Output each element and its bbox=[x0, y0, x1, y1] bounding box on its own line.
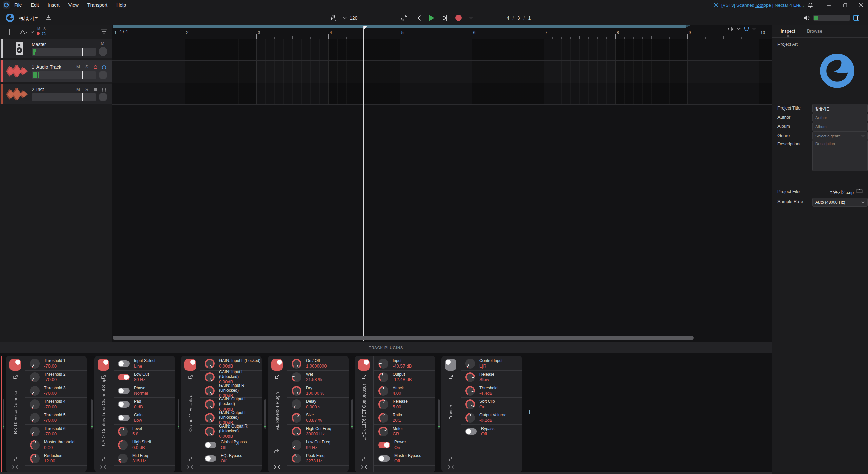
param-value[interactable]: 1.0000000 bbox=[306, 363, 327, 369]
param-knob[interactable] bbox=[292, 440, 301, 450]
mute-button[interactable]: M bbox=[76, 87, 80, 92]
genre-select[interactable]: Select a genre bbox=[812, 131, 868, 140]
param-value[interactable]: -70.00 bbox=[44, 404, 65, 410]
param-value[interactable]: -40.57 dB bbox=[393, 363, 412, 369]
param-value[interactable]: Slow bbox=[479, 377, 494, 382]
record-chevron-down-icon[interactable] bbox=[469, 17, 473, 19]
side-panel-toggle-icon[interactable] bbox=[853, 15, 859, 21]
plugin-power-toggle[interactable] bbox=[358, 359, 370, 371]
param-value[interactable]: -70.00 bbox=[44, 391, 65, 396]
ruler-bar[interactable]: 7 bbox=[544, 25, 615, 39]
param-knob[interactable] bbox=[30, 386, 40, 396]
param-knob[interactable] bbox=[205, 399, 215, 409]
track-row-audio-track[interactable]: 1Audio Track M S bbox=[0, 60, 112, 82]
play-button[interactable] bbox=[429, 15, 434, 21]
param-value[interactable]: GR bbox=[393, 431, 403, 437]
record-button[interactable] bbox=[455, 15, 462, 21]
project-art-image[interactable] bbox=[818, 52, 856, 90]
snap-magnet-icon[interactable] bbox=[744, 26, 749, 32]
slider-handle[interactable] bbox=[82, 48, 83, 56]
volume-slider[interactable] bbox=[813, 15, 850, 21]
param-value[interactable]: 315 Hz bbox=[132, 458, 148, 464]
param-value[interactable]: Off bbox=[221, 458, 242, 464]
menu-file[interactable]: File bbox=[14, 2, 22, 8]
tab-browse[interactable]: Browse bbox=[807, 28, 822, 34]
param-knob[interactable] bbox=[30, 399, 40, 409]
collapse-panel-icon[interactable] bbox=[100, 465, 106, 469]
param-value[interactable]: 5.00 bbox=[393, 404, 408, 410]
param-value[interactable]: 0.00dB bbox=[219, 363, 260, 369]
open-folder-icon[interactable] bbox=[856, 188, 863, 194]
quick-track-controls[interactable]: M S bbox=[37, 27, 50, 35]
param-knob[interactable] bbox=[30, 413, 40, 423]
snap-chevron-down-icon[interactable] bbox=[752, 28, 756, 30]
param-knob[interactable] bbox=[30, 372, 40, 382]
plugin-power-toggle[interactable] bbox=[184, 359, 196, 371]
param-value[interactable]: 4.00 bbox=[393, 391, 404, 396]
param-value[interactable]: On bbox=[394, 445, 406, 450]
description-textarea[interactable] bbox=[812, 140, 868, 171]
slider-handle[interactable] bbox=[82, 71, 83, 79]
project-title-input[interactable] bbox=[812, 104, 868, 113]
fit-chevron-down-icon[interactable] bbox=[737, 28, 741, 30]
param-value[interactable]: 30000 Hz bbox=[306, 431, 331, 437]
param-value[interactable]: Off bbox=[481, 431, 494, 437]
slider-handle[interactable] bbox=[82, 93, 83, 101]
collapse-panel-icon[interactable] bbox=[274, 465, 280, 469]
collapse-panel-icon[interactable] bbox=[187, 465, 193, 469]
minimize-button[interactable] bbox=[826, 2, 831, 8]
param-value[interactable]: -70.00 bbox=[44, 418, 65, 423]
loop-icon[interactable] bbox=[400, 14, 408, 22]
param-knob[interactable] bbox=[378, 372, 388, 382]
ruler-bar[interactable]: 1 bbox=[113, 25, 185, 39]
track-name[interactable]: Master bbox=[32, 42, 46, 47]
param-value[interactable]: 80 Hz bbox=[134, 377, 149, 382]
param-value[interactable]: 0 dB bbox=[134, 404, 143, 410]
param-knob[interactable] bbox=[205, 359, 215, 369]
sidechain-route-icon[interactable] bbox=[274, 449, 280, 453]
track-row-inst[interactable]: 2Inst M S bbox=[0, 84, 112, 104]
param-toggle[interactable] bbox=[118, 415, 130, 421]
param-value[interactable]: 0.00 bbox=[44, 445, 74, 450]
param-knob[interactable] bbox=[378, 413, 388, 423]
param-value[interactable]: On bbox=[479, 404, 495, 410]
param-knob[interactable] bbox=[378, 359, 388, 369]
track-volume-slider[interactable] bbox=[32, 93, 96, 101]
param-value[interactable]: -70.00 bbox=[44, 431, 65, 437]
track-name[interactable]: 1Audio Track bbox=[32, 64, 61, 70]
menu-edit[interactable]: Edit bbox=[31, 2, 39, 8]
param-toggle[interactable] bbox=[118, 401, 130, 408]
collapse-panel-icon[interactable] bbox=[361, 465, 367, 469]
param-value[interactable]: Line bbox=[134, 363, 155, 369]
plugin-power-toggle[interactable] bbox=[98, 359, 109, 371]
param-knob[interactable] bbox=[292, 372, 301, 382]
plugin-power-toggle[interactable] bbox=[445, 359, 456, 371]
param-knob[interactable] bbox=[205, 386, 215, 396]
monitor-headphones-icon[interactable] bbox=[102, 65, 106, 69]
param-toggle[interactable] bbox=[378, 442, 390, 448]
param-toggle[interactable] bbox=[118, 388, 130, 394]
param-value[interactable]: L|R bbox=[479, 363, 503, 369]
track-pan-knob[interactable] bbox=[99, 93, 107, 101]
dismiss-notification-icon[interactable] bbox=[714, 3, 718, 7]
param-knob[interactable] bbox=[465, 372, 475, 382]
param-value[interactable]: 20:1 bbox=[393, 418, 402, 423]
horizontal-scrollbar[interactable] bbox=[113, 336, 694, 340]
mute-button[interactable]: M bbox=[76, 64, 80, 70]
collapse-panel-icon[interactable] bbox=[12, 465, 18, 469]
param-knob[interactable] bbox=[118, 440, 128, 450]
waveform-tool-icon[interactable] bbox=[20, 30, 28, 34]
album-input[interactable] bbox=[812, 122, 868, 131]
param-knob[interactable] bbox=[465, 359, 475, 369]
plugin-power-toggle[interactable] bbox=[9, 359, 21, 371]
menu-transport[interactable]: Transport bbox=[87, 2, 107, 8]
tempo-chevron-down-icon[interactable] bbox=[343, 17, 347, 19]
tempo-value[interactable]: 120 bbox=[350, 15, 357, 21]
project-name[interactable]: *방송기본 bbox=[19, 15, 38, 22]
param-value[interactable]: 63.87 % bbox=[306, 418, 322, 423]
track-name[interactable]: 2Inst bbox=[32, 87, 44, 92]
param-toggle[interactable] bbox=[465, 428, 477, 435]
param-value[interactable]: 0.000 s bbox=[306, 404, 320, 410]
record-arm-button[interactable] bbox=[94, 65, 97, 69]
param-toggle[interactable] bbox=[205, 442, 216, 448]
